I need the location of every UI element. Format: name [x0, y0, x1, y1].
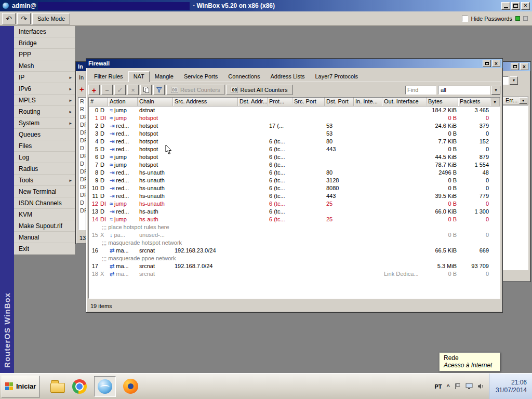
safe-mode-button[interactable]: Safe Mode: [32, 13, 70, 24]
clock[interactable]: 21:06 31/07/2014: [489, 374, 532, 399]
nat-rule-row[interactable]: 3D⇥red...hotspot530 B0: [89, 130, 500, 138]
winbox-taskbar-button[interactable]: [94, 376, 116, 397]
nat-rule-row[interactable]: 4D⇥red...hotspot6 (tc...807.7 KiB152: [89, 138, 500, 145]
column-header-out-interface[interactable]: Out. Interface: [382, 98, 427, 106]
notification-flag-icon[interactable]: [455, 383, 461, 390]
nat-rule-row[interactable]: 11D⇥red...hs-unauth6 (tc...44339.5 KiB77…: [89, 192, 500, 200]
column-header-dst-port[interactable]: Dst. Port: [325, 98, 354, 106]
right-window-close-button[interactable]: ×: [520, 63, 528, 70]
remove-rule-button[interactable]: −: [101, 85, 113, 95]
chrome-icon[interactable]: [72, 379, 87, 394]
start-button[interactable]: Iniciar: [2, 376, 40, 397]
column-header-num[interactable]: #: [89, 98, 108, 106]
enable-rule-button[interactable]: ✓: [114, 85, 126, 95]
tab-address-lists[interactable]: Address Lists: [265, 71, 310, 82]
comment-row[interactable]: ;;; place hotspot rules here: [89, 223, 500, 231]
sidebar-item-radius[interactable]: Radius: [14, 163, 75, 175]
sidebar-item-routing[interactable]: Routing▸: [14, 106, 75, 117]
right-window-combo-arrow-icon[interactable]: ▾: [510, 76, 518, 85]
close-button[interactable]: ×: [521, 2, 530, 10]
right-window-restore-button[interactable]: [511, 63, 519, 70]
tab-layer7-protocols[interactable]: Layer7 Protocols: [310, 71, 364, 82]
sidebar-item-queues[interactable]: Queues: [14, 129, 75, 140]
tab-service-ports[interactable]: Service Ports: [179, 71, 223, 82]
copy-rule-button[interactable]: [140, 85, 152, 95]
sidebar-item-ppp[interactable]: PPP: [14, 49, 75, 60]
column-header-in-inte[interactable]: In. Inte...: [354, 98, 382, 106]
column-header-err[interactable]: Err...: [506, 97, 517, 103]
column-header-packets[interactable]: Packets: [458, 98, 490, 106]
nat-rule-row[interactable]: 2D⇥red...hotspot17 (...5324.6 KiB379: [89, 122, 500, 130]
column-select-button[interactable]: ▾: [490, 98, 500, 106]
sidebar-item-isdn-channels[interactable]: ISDN Channels: [14, 197, 75, 209]
column-header-src-port[interactable]: Src. Port: [292, 98, 325, 106]
interface-add-button[interactable]: +: [79, 85, 84, 94]
disable-rule-button[interactable]: ×: [127, 85, 139, 95]
redo-button[interactable]: ↷: [17, 13, 31, 24]
volume-icon[interactable]: [477, 383, 484, 390]
nat-rule-row[interactable]: 8D⇥red...hs-unauth6 (tc...802496 B48: [89, 169, 500, 177]
comment-row[interactable]: ;;; masquerade ppoe network: [89, 255, 500, 262]
nat-rule-row[interactable]: 6D≈jumphotspot6 (tc...44.5 KiB879: [89, 153, 500, 161]
sidebar-item-make-supout-rif[interactable]: Make Supout.rif: [14, 220, 75, 232]
sidebar-item-ipv6[interactable]: IPv6▸: [14, 83, 75, 95]
sidebar-item-kvm[interactable]: KVM: [14, 209, 75, 220]
nat-rule-row[interactable]: 5D⇥red...hotspot6 (tc...4430 B0: [89, 145, 500, 153]
chain-filter-arrow-icon[interactable]: ▾: [491, 86, 500, 95]
column-header-dst-addr[interactable]: Dst. Addr...: [238, 98, 268, 106]
column-header-bytes[interactable]: Bytes: [427, 98, 458, 106]
reset-all-counters-button[interactable]: 00 Reset All Counters: [226, 85, 292, 95]
nat-rule-row[interactable]: 15X↓pa...unused-...0 B0: [89, 231, 500, 239]
interface-window-tab[interactable]: In: [79, 74, 84, 81]
tab-filter-rules[interactable]: Filter Rules: [89, 71, 128, 82]
find-input[interactable]: [405, 86, 436, 95]
sidebar-item-tools[interactable]: Tools▸: [14, 175, 75, 186]
hide-passwords-checkbox[interactable]: [462, 16, 468, 22]
sidebar-item-interfaces[interactable]: Interfaces: [14, 26, 75, 37]
nat-rule-row[interactable]: 12DI≈jumphs-unauth6 (tc...250 B0: [89, 200, 500, 208]
comment-row[interactable]: ;;; masquerade hotspot network: [89, 239, 500, 247]
nat-rule-row[interactable]: 14DI≈jumphs-auth6 (tc...250 B0: [89, 216, 500, 223]
hidden-icons-chevron[interactable]: ^: [447, 383, 450, 390]
reset-counters-button[interactable]: 00 Reset Counters: [166, 85, 224, 95]
tab-mangle[interactable]: Mangle: [150, 71, 179, 82]
chain-filter-dropdown[interactable]: all: [438, 86, 490, 95]
tab-nat[interactable]: NAT: [128, 71, 150, 82]
filter-button[interactable]: [153, 85, 165, 95]
firewall-restore-button[interactable]: [483, 60, 491, 67]
language-indicator[interactable]: PT: [434, 383, 442, 390]
firewall-titlebar[interactable]: Firewall ×: [86, 59, 502, 68]
sidebar-item-system[interactable]: System▸: [14, 117, 75, 129]
nat-rule-row[interactable]: 1DI≈jumphotspot0 B0: [89, 114, 500, 122]
nat-rule-row[interactable]: 13D⇥red...hs-auth6 (tc...66.0 KiB1 300: [89, 208, 500, 216]
nat-rule-row[interactable]: 9D⇥red...hs-unauth6 (tc...31280 B0: [89, 177, 500, 184]
maximize-button[interactable]: [511, 2, 520, 10]
tab-connections[interactable]: Connections: [223, 71, 265, 82]
firefox-icon[interactable]: [123, 379, 138, 394]
sidebar-item-new-terminal[interactable]: New Terminal: [14, 186, 75, 197]
column-header-action[interactable]: Action: [108, 98, 138, 106]
file-manager-icon[interactable]: [50, 383, 65, 393]
nat-rule-row[interactable]: 16⇄ma...srcnat192.168.23.0/2466.5 KiB669: [89, 247, 500, 255]
nat-rule-row[interactable]: 0D≈jumpdstnat184.2 KiB3 465: [89, 107, 500, 114]
nat-rule-row[interactable]: 18X⇄ma...srcnatLink Dedica...0 B0: [89, 270, 500, 278]
network-icon[interactable]: [466, 383, 473, 390]
nat-rule-row[interactable]: 17⇄ma...srcnat192.168.7.0/245.3 MiB93 70…: [89, 262, 500, 270]
sidebar-item-mesh[interactable]: Mesh: [14, 60, 75, 72]
firewall-close-button[interactable]: ×: [492, 60, 500, 67]
nat-rule-row[interactable]: 10D⇥red...hs-unauth6 (tc...80800 B0: [89, 184, 500, 192]
add-rule-button[interactable]: +: [88, 85, 100, 95]
minimize-button[interactable]: [501, 2, 510, 10]
sidebar-item-log[interactable]: Log: [14, 152, 75, 163]
sidebar-item-bridge[interactable]: Bridge: [14, 37, 75, 49]
right-window-column-select-button[interactable]: ▾: [519, 97, 527, 104]
sidebar-item-mpls[interactable]: MPLS▸: [14, 95, 75, 106]
sidebar-item-files[interactable]: Files: [14, 140, 75, 152]
column-header-src-address[interactable]: Src. Address: [173, 98, 238, 106]
undo-button[interactable]: ↶: [2, 13, 16, 24]
sidebar-item-exit[interactable]: Exit: [14, 243, 75, 255]
sidebar-item-ip[interactable]: IP▸: [14, 72, 75, 83]
nat-rule-row[interactable]: 7D≈jumphotspot6 (tc...78.7 KiB1 554: [89, 161, 500, 169]
sidebar-item-manual[interactable]: Manual: [14, 232, 75, 243]
column-header-chain[interactable]: Chain: [138, 98, 173, 106]
